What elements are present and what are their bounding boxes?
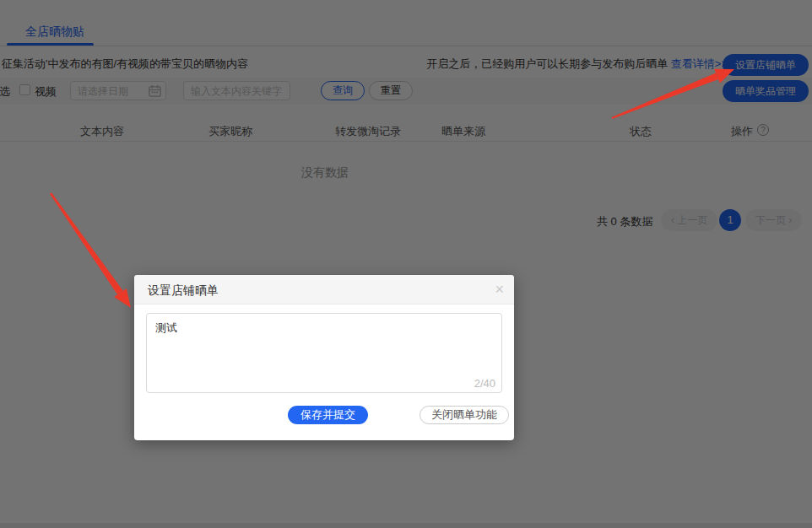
modal-footer: 保存并提交 关闭晒单功能 (134, 406, 514, 428)
close-icon[interactable]: × (495, 281, 504, 298)
modal-header: 设置店铺晒单 × (134, 275, 514, 304)
char-counter: 2/40 (474, 377, 495, 390)
textarea-wrapper: 测试 2/40 (146, 313, 502, 393)
share-text-input[interactable]: 测试 (146, 313, 502, 393)
save-submit-button[interactable]: 保存并提交 (288, 406, 368, 424)
modal-title: 设置店铺晒单 (148, 283, 219, 299)
setup-shop-share-modal: 设置店铺晒单 × 测试 2/40 保存并提交 关闭晒单功能 (134, 275, 514, 440)
modal-backdrop[interactable] (0, 0, 812, 528)
close-feature-button[interactable]: 关闭晒单功能 (420, 406, 509, 424)
